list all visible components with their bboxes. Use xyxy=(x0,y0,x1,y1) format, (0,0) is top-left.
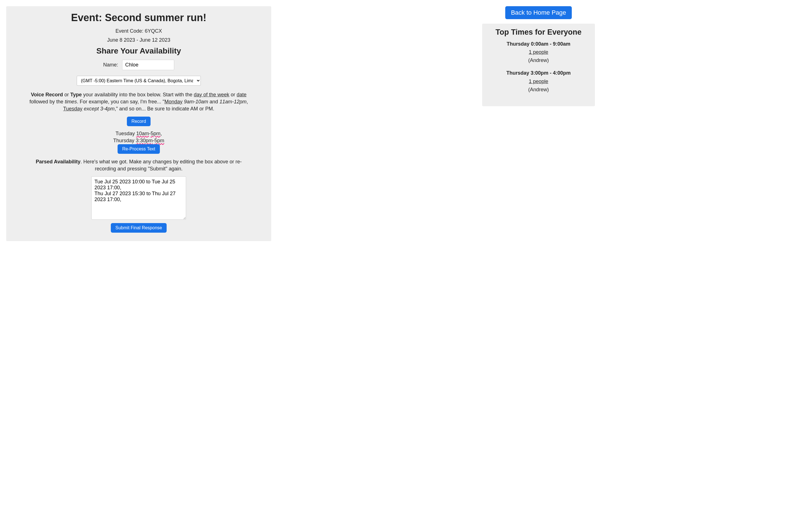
instructions-text: Voice Record or Type your availability i… xyxy=(26,91,252,113)
availability-textarea[interactable]: Tuesday 10am-5pm, Thursday 3:30pm-5pm xyxy=(26,130,252,144)
record-button[interactable]: Record xyxy=(127,117,151,126)
parsed-textarea[interactable]: Tue Jul 25 2023 10:00 to Tue Jul 25 2023… xyxy=(91,176,186,220)
slot-time: Thursday 0:00am - 9:00am xyxy=(489,41,588,48)
event-title: Event: Second summer run! xyxy=(26,11,252,25)
submit-button[interactable]: Submit Final Response xyxy=(111,223,166,233)
slot-who: (Andrew) xyxy=(489,57,588,64)
event-code: Event Code: 6YQCX xyxy=(26,27,252,35)
event-date-range: June 8 2023 - June 12 2023 xyxy=(26,37,252,44)
timezone-select[interactable]: (GMT -5:00) Eastern Time (US & Canada), … xyxy=(77,76,201,86)
slot-who: (Andrew) xyxy=(489,86,588,93)
slot-time: Thursday 3:00pm - 4:00pm xyxy=(489,69,588,76)
top-time-slot: Thursday 0:00am - 9:00am 1 people (Andre… xyxy=(489,41,588,64)
availability-textarea-wrap: Tuesday 10am-5pm, Thursday 3:30pm-5pm xyxy=(26,130,252,144)
parsed-description: Parsed Availability. Here's what we got.… xyxy=(26,158,252,172)
name-input[interactable] xyxy=(122,60,174,70)
top-times-heading: Top Times for Everyone xyxy=(489,27,588,38)
share-heading: Share Your Availability xyxy=(26,45,252,56)
side-panel: Back to Home Page Top Times for Everyone… xyxy=(271,6,806,241)
slot-count-link[interactable]: 1 people xyxy=(529,49,548,56)
back-home-button[interactable]: Back to Home Page xyxy=(505,6,572,19)
top-times-card: Top Times for Everyone Thursday 0:00am -… xyxy=(482,24,595,106)
slot-count-link[interactable]: 1 people xyxy=(529,78,548,85)
reprocess-button[interactable]: Re-Process Text xyxy=(117,144,160,154)
main-panel: Event: Second summer run! Event Code: 6Y… xyxy=(6,6,271,241)
name-label: Name: xyxy=(103,61,118,68)
top-time-slot: Thursday 3:00pm - 4:00pm 1 people (Andre… xyxy=(489,69,588,93)
